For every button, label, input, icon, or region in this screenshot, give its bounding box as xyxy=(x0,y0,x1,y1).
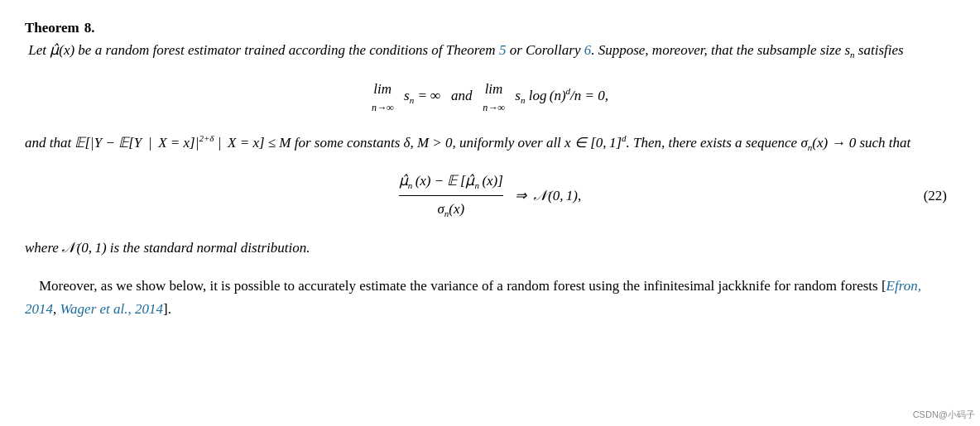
remark-paragraph: Moreover, as we show below, it is possib… xyxy=(25,275,955,321)
theorem-header: Theorem 8. Let μ̂(x) be a random forest … xyxy=(25,17,955,63)
ref-corollary6[interactable]: 6 xyxy=(584,42,592,58)
theorem-block: Theorem 8. Let μ̂(x) be a random forest … xyxy=(25,17,955,321)
equation-number: (22) xyxy=(924,184,947,207)
limit-equation: lim n→∞ sn = ∞ and lim n→∞ sn log (n)d/n… xyxy=(25,78,955,116)
ref-wager[interactable]: Wager et al., 2014 xyxy=(60,301,164,317)
theorem-intro: Let μ̂(x) be a random forest estimator t… xyxy=(25,39,904,63)
main-formula-display: μ̂n (x) − 𝔼 [μ̂n (x)] σn(x) ⇒ 𝒩 (0, 1), … xyxy=(25,170,955,222)
condition-text: and that 𝔼[|Y − 𝔼[Y | X = x]|2+δ | X = x… xyxy=(25,131,955,155)
ref-theorem5[interactable]: 5 xyxy=(499,42,507,58)
conclusion-text: where 𝒩 (0, 1) is the standard normal di… xyxy=(25,237,955,260)
theorem-number: 8. xyxy=(84,17,95,39)
watermark: CSDN@小码子 xyxy=(913,408,975,423)
theorem-label: Theorem xyxy=(25,17,79,39)
